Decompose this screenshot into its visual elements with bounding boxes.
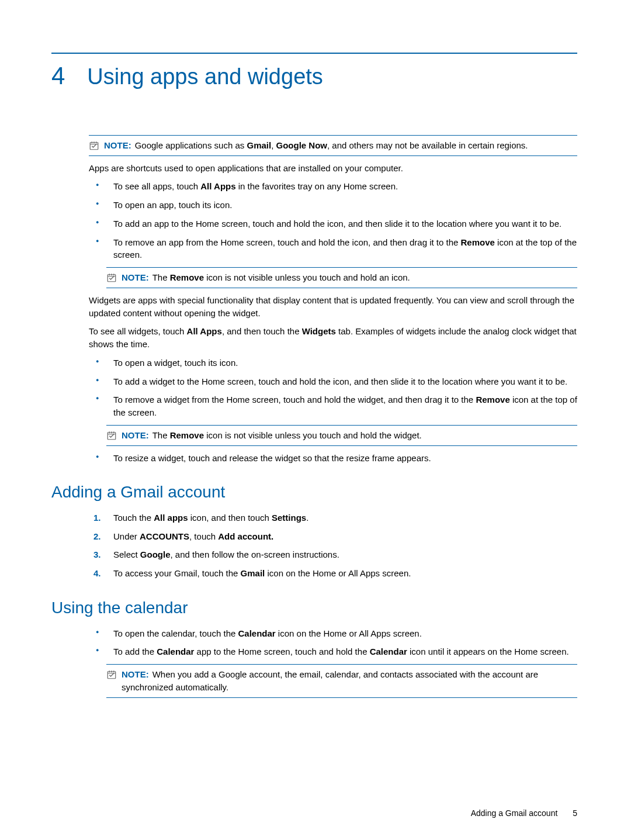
note-icon bbox=[106, 669, 117, 680]
note-label: NOTE: bbox=[122, 272, 149, 282]
list-item: To access your Gmail, touch the Gmail ic… bbox=[89, 567, 577, 580]
section-title-calendar: Using the calendar bbox=[51, 596, 577, 620]
para-widgets-intro: Widgets are apps with special functional… bbox=[89, 294, 577, 320]
list-item: To see all apps, touch All Apps in the f… bbox=[89, 180, 577, 193]
section-body-gmail: Touch the All apps icon, and then touch … bbox=[89, 511, 577, 580]
list-item: To add an app to the Home screen, touch … bbox=[89, 217, 577, 230]
note-body: When you add a Google account, the email… bbox=[122, 669, 538, 692]
footer-section: Adding a Gmail account bbox=[471, 808, 558, 818]
para-widgets-seeall: To see all widgets, touch All Apps, and … bbox=[89, 325, 577, 351]
note-text: NOTE:When you add a Google account, the … bbox=[122, 668, 577, 694]
note-icon bbox=[89, 140, 99, 151]
list-item: Select Google, and then follow the on-sc… bbox=[89, 548, 577, 561]
note-body: Google applications such as Gmail, Googl… bbox=[135, 140, 528, 150]
list-item: To remove an app from the Home screen, t… bbox=[89, 236, 577, 262]
note-region-availability: NOTE:Google applications such as Gmail, … bbox=[89, 135, 577, 156]
chapter-rule bbox=[51, 53, 577, 54]
body-content: NOTE:Google applications such as Gmail, … bbox=[89, 135, 577, 465]
list-item: To resize a widget, touch and release th… bbox=[89, 452, 577, 465]
list-item: To open a widget, touch its icon. bbox=[89, 357, 577, 369]
list-item: To open the calendar, touch the Calendar… bbox=[89, 627, 577, 640]
chapter-number: 4 bbox=[51, 58, 65, 94]
note-icon bbox=[106, 430, 117, 441]
note-remove-app: NOTE:The Remove icon is not visible unle… bbox=[106, 267, 577, 288]
list-item: Touch the All apps icon, and then touch … bbox=[89, 511, 577, 524]
note-label: NOTE: bbox=[122, 669, 149, 679]
note-text: NOTE:The Remove icon is not visible unle… bbox=[122, 429, 577, 442]
note-remove-widget: NOTE:The Remove icon is not visible unle… bbox=[106, 425, 577, 446]
note-icon bbox=[106, 272, 117, 283]
para-apps-intro: Apps are shortcuts used to open applicat… bbox=[89, 162, 577, 175]
note-body: The Remove icon is not visible unless yo… bbox=[152, 430, 422, 440]
steps-gmail: Touch the All apps icon, and then touch … bbox=[89, 511, 577, 580]
note-calendar-sync: NOTE:When you add a Google account, the … bbox=[106, 664, 577, 698]
list-item: To add the Calendar app to the Home scre… bbox=[89, 645, 577, 658]
footer: Adding a Gmail account 5 bbox=[471, 807, 577, 819]
bullets-calendar: To open the calendar, touch the Calendar… bbox=[89, 627, 577, 659]
note-text: NOTE:The Remove icon is not visible unle… bbox=[122, 271, 577, 284]
chapter-title: Using apps and widgets bbox=[87, 61, 323, 93]
footer-page-number: 5 bbox=[573, 808, 577, 818]
list-item: Under ACCOUNTS, touch Add account. bbox=[89, 530, 577, 543]
bullets-widgets-a: To open a widget, touch its icon.To add … bbox=[89, 357, 577, 419]
page: 4 Using apps and widgets NOTE:Google app… bbox=[0, 0, 631, 840]
list-item: To open an app, touch its icon. bbox=[89, 199, 577, 212]
chapter-heading: 4 Using apps and widgets bbox=[51, 58, 577, 94]
section-title-gmail: Adding a Gmail account bbox=[51, 481, 577, 504]
note-text: NOTE:Google applications such as Gmail, … bbox=[104, 139, 577, 152]
bullets-widgets-b: To resize a widget, touch and release th… bbox=[89, 452, 577, 465]
section-body-calendar: To open the calendar, touch the Calendar… bbox=[89, 627, 577, 698]
list-item: To remove a widget from the Home screen,… bbox=[89, 393, 577, 419]
list-item: To add a widget to the Home screen, touc… bbox=[89, 375, 577, 388]
bullets-apps: To see all apps, touch All Apps in the f… bbox=[89, 180, 577, 261]
note-body: The Remove icon is not visible unless yo… bbox=[152, 272, 410, 282]
note-label: NOTE: bbox=[104, 140, 131, 150]
note-label: NOTE: bbox=[122, 430, 149, 440]
